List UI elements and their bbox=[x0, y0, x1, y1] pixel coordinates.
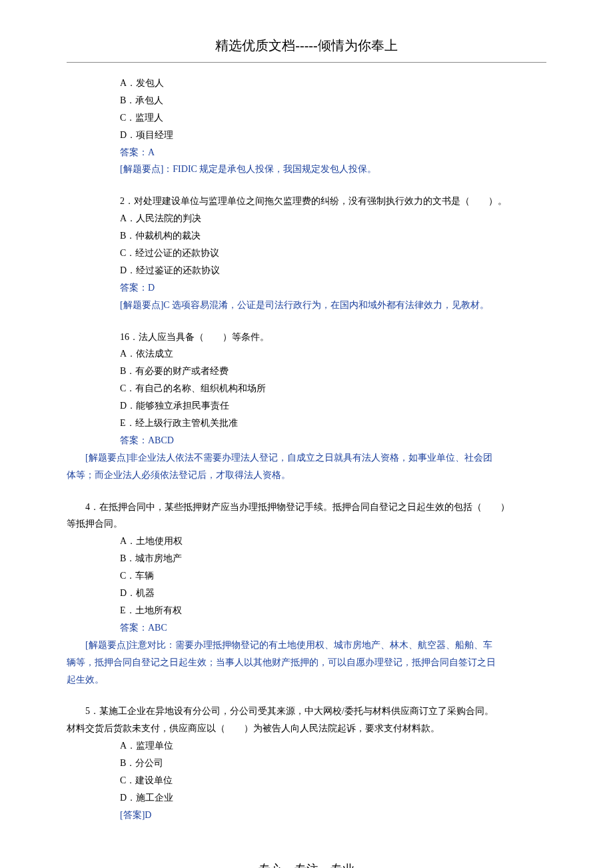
q16-explain-line1: [解题要点]非企业法人依法不需要办理法人登记，自成立之日就具有法人资格，如事业单… bbox=[67, 449, 546, 467]
q4-answer: 答案：ABC bbox=[120, 619, 546, 637]
q2-option-b: B．仲裁机构的裁决 bbox=[120, 227, 546, 245]
q4-option-a: A．土地使用权 bbox=[120, 533, 546, 550]
q4-option-d: D．机器 bbox=[120, 585, 546, 602]
q1-answer: 答案：A bbox=[120, 144, 546, 161]
q1-option-d: D．项目经理 bbox=[120, 127, 546, 144]
q16-option-a: A．依法成立 bbox=[120, 345, 546, 363]
page-header-title: 精选优质文档-----倾情为你奉上 bbox=[67, 33, 546, 58]
q16-answer: 答案：ABCD bbox=[120, 432, 546, 449]
q16-option-e: E．经上级行政主管机关批准 bbox=[120, 415, 546, 432]
q16-option-d: D．能够独立承担民事责任 bbox=[120, 397, 546, 415]
q5-option-d: D．施工企业 bbox=[120, 789, 546, 807]
page-footer: 专心---专注---专业 bbox=[67, 859, 546, 868]
q2-explain: [解题要点]C 选项容易混淆，公证是司法行政行为，在国内和域外都有法律效力，见教… bbox=[120, 297, 546, 314]
question-4-block: 4．在抵押合同中，某些抵押财产应当办理抵押物登记手续。抵押合同自登记之日起生效的… bbox=[120, 499, 546, 689]
q1-option-a: A．发包人 bbox=[120, 75, 546, 92]
q4-option-e: E．土地所有权 bbox=[120, 602, 546, 619]
q4-option-b: B．城市房地产 bbox=[120, 550, 546, 567]
q4-explain-line2: 辆等，抵押合同自登记之日起生效；当事人以其他财产抵押的，可以自愿办理登记，抵押合… bbox=[67, 654, 546, 671]
q16-explain-line2: 体等；而企业法人必须依法登记后，才取得法人资格。 bbox=[67, 467, 546, 484]
question-1-block: A．发包人 B．承包人 C．监理人 D．项目经理 答案：A [解题要点]：FID… bbox=[120, 75, 546, 178]
header-divider bbox=[67, 62, 546, 63]
q5-option-b: B．分公司 bbox=[120, 755, 546, 772]
q16-option-b: B．有必要的财产或者经费 bbox=[120, 363, 546, 380]
q4-stem-line1: 4．在抵押合同中，某些抵押财产应当办理抵押物登记手续。抵押合同自登记之日起生效的… bbox=[67, 499, 546, 516]
q16-option-c: C．有自己的名称、组织机构和场所 bbox=[120, 380, 546, 397]
q2-option-c: C．经过公证的还款协议 bbox=[120, 245, 546, 262]
q1-option-b: B．承包人 bbox=[120, 92, 546, 109]
q4-explain-line1: [解题要点]注意对比：需要办理抵押物登记的有土地使用权、城市房地产、林木、航空器… bbox=[67, 637, 546, 654]
question-16-block: 16．法人应当具备（ ）等条件。 A．依法成立 B．有必要的财产或者经费 C．有… bbox=[120, 329, 546, 484]
q2-stem: 2．对处理建设单位与监理单位之间拖欠监理费的纠纷，没有强制执行效力的文书是（ ）… bbox=[120, 193, 546, 210]
q1-explain: [解题要点]：FIDIC 规定是承包人投保，我国规定发包人投保。 bbox=[120, 161, 546, 178]
q5-option-c: C．建设单位 bbox=[120, 772, 546, 789]
q2-option-d: D．经过鉴证的还款协议 bbox=[120, 262, 546, 279]
document-page: 精选优质文档-----倾情为你奉上 A．发包人 B．承包人 C．监理人 D．项目… bbox=[0, 0, 613, 868]
q5-option-a: A．监理单位 bbox=[120, 737, 546, 755]
q4-explain-line3: 起生效。 bbox=[67, 671, 546, 689]
q2-option-a: A．人民法院的判决 bbox=[120, 210, 546, 227]
q1-option-c: C．监理人 bbox=[120, 109, 546, 127]
question-5-block: 5．某施工企业在异地设有分公司，分公司受其来源，中大网校/委托与材料供应商订立了… bbox=[120, 703, 546, 823]
q5-stem-line2: 材料交货后货款未支付，供应商应以（ ）为被告人向人民法院起诉，要求支付材料款。 bbox=[67, 720, 546, 737]
q5-stem-line1: 5．某施工企业在异地设有分公司，分公司受其来源，中大网校/委托与材料供应商订立了… bbox=[67, 703, 546, 720]
q5-answer: [答案]D bbox=[120, 807, 546, 824]
q4-option-c: C．车辆 bbox=[120, 567, 546, 585]
q16-stem: 16．法人应当具备（ ）等条件。 bbox=[120, 329, 546, 346]
content-area: A．发包人 B．承包人 C．监理人 D．项目经理 答案：A [解题要点]：FID… bbox=[67, 75, 546, 824]
q4-stem-line2: 等抵押合同。 bbox=[67, 515, 546, 533]
question-2-block: 2．对处理建设单位与监理单位之间拖欠监理费的纠纷，没有强制执行效力的文书是（ ）… bbox=[120, 193, 546, 313]
q2-answer: 答案：D bbox=[120, 279, 546, 297]
